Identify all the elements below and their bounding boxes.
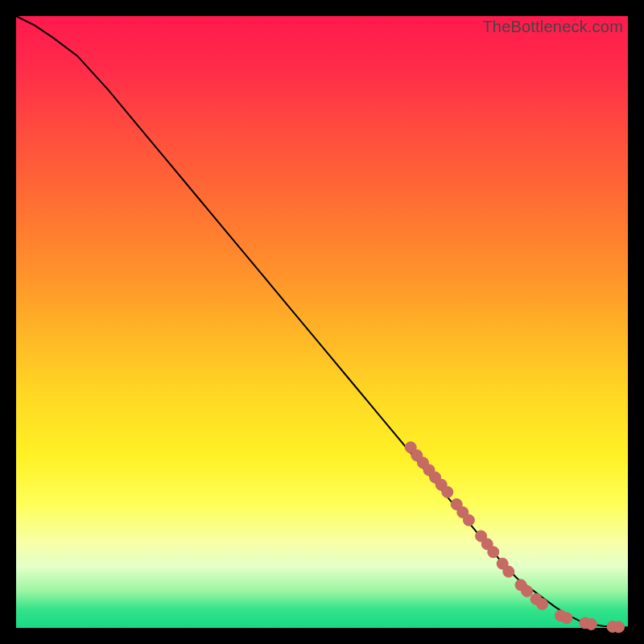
- marker-layer: [405, 442, 624, 633]
- curve-marker: [522, 585, 533, 597]
- curve-marker: [613, 621, 625, 633]
- curve-marker: [503, 566, 514, 577]
- bottleneck-curve: [16, 16, 628, 627]
- plot-area: TheBottleneck.com: [16, 16, 628, 628]
- curve-marker: [488, 547, 499, 558]
- curve-marker: [585, 618, 597, 630]
- curve-marker: [561, 613, 572, 624]
- chart-frame: TheBottleneck.com: [0, 0, 644, 644]
- chart-overlay: [16, 16, 628, 628]
- curve-marker: [537, 598, 548, 609]
- curve-marker: [442, 486, 453, 497]
- curve-marker: [463, 514, 474, 526]
